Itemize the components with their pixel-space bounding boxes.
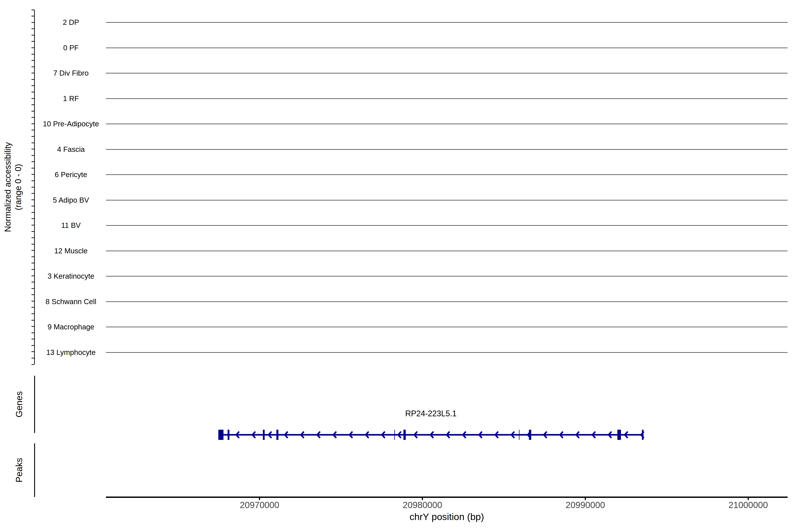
y-axis-tick — [32, 111, 34, 112]
gene-strand-arrow-left — [641, 432, 644, 438]
y-axis-tick — [32, 212, 34, 213]
track-signal-line — [106, 225, 787, 226]
y-axis-tick — [32, 294, 34, 295]
track-signal-line — [106, 352, 787, 353]
x-axis-line — [106, 496, 787, 498]
gene-exon — [218, 430, 224, 440]
gene-body-line — [218, 434, 644, 436]
y-axis-tick — [32, 206, 34, 206]
y-axis-tick — [32, 339, 34, 339]
gene-strand-arrow-left — [576, 432, 579, 438]
y-axis-line — [34, 10, 35, 364]
y-axis-tick — [32, 269, 34, 270]
track-signal-line — [106, 276, 787, 277]
gene-strand-arrow-left — [431, 432, 433, 438]
y-axis-tick — [32, 193, 34, 194]
gene-strand-arrow-left — [511, 432, 514, 438]
y-axis-tick — [32, 364, 34, 365]
track-signal-line — [106, 174, 787, 175]
peaks-axis-line — [34, 443, 35, 497]
y-axis-tick — [32, 86, 34, 86]
y-axis-tick — [32, 332, 34, 333]
y-axis-tick — [32, 16, 34, 16]
y-axis-tick — [32, 60, 34, 61]
y-axis-tick — [32, 130, 34, 130]
x-axis-tick-label: 20980000 — [387, 500, 458, 510]
gene-name-label: RP24-223L5.1 — [364, 409, 497, 418]
track-signal-line — [106, 48, 787, 48]
y-axis-tick — [32, 35, 34, 36]
gene-exon — [277, 430, 279, 440]
y-axis-tick — [32, 104, 34, 105]
y-axis-tick — [32, 307, 34, 308]
gene-model — [0, 0, 798, 532]
y-axis-tick — [32, 142, 34, 143]
y-axis-tick — [32, 162, 34, 162]
gene-strand-arrow-left — [544, 432, 547, 438]
gene-exon — [618, 430, 621, 440]
y-axis-title-line1: Normalized accessibility — [3, 0, 13, 386]
y-axis-tick — [32, 314, 34, 314]
track-signal-line — [106, 200, 787, 201]
gene-strand-arrow-left — [625, 432, 628, 438]
gene-strand-arrow-left — [495, 432, 498, 438]
x-axis-title: chrY position (bp) — [106, 511, 787, 522]
track-signal-line — [106, 327, 787, 327]
track-signal-line — [106, 22, 787, 23]
y-axis-tick — [32, 168, 34, 169]
x-axis-tick-label: 21000000 — [712, 500, 784, 510]
gene-strand-arrow-left — [349, 432, 353, 438]
gene-exon — [529, 430, 531, 440]
peaks-section-label: Peaks — [14, 426, 25, 514]
y-axis-tick — [32, 345, 34, 346]
gene-strand-arrow-left — [269, 432, 271, 438]
y-axis-tick — [32, 92, 34, 92]
gene-strand-arrow-left — [252, 432, 255, 438]
y-axis-tick — [32, 117, 34, 118]
gene-exon — [642, 430, 644, 440]
y-axis-tick — [32, 79, 34, 80]
y-axis-tick — [32, 256, 34, 257]
gene-exon — [519, 430, 519, 440]
y-axis-tick — [32, 244, 34, 245]
gene-exon — [394, 430, 395, 440]
gene-strand-arrow-left — [301, 432, 304, 438]
gene-strand-arrow-left — [446, 432, 450, 438]
gene-strand-arrow-left — [334, 432, 336, 438]
y-axis-tick — [32, 263, 34, 263]
y-axis-tick — [32, 41, 34, 42]
y-axis-tick — [32, 155, 34, 156]
x-axis-tick — [585, 498, 586, 500]
y-axis-tick — [32, 218, 34, 219]
x-axis-tick-label: 20990000 — [550, 500, 621, 510]
y-axis-tick — [32, 54, 34, 55]
gene-strand-arrow-left — [528, 432, 530, 438]
y-axis-tick — [32, 28, 34, 29]
gene-strand-arrow-left — [479, 432, 482, 438]
y-axis-tick — [32, 358, 34, 358]
y-axis-tick — [32, 10, 34, 10]
gene-strand-arrow-left — [592, 432, 595, 438]
gene-strand-arrow-left — [285, 432, 288, 438]
y-axis-tick — [32, 238, 34, 238]
gene-strand-arrow-left — [398, 432, 401, 438]
gene-strand-arrow-left — [463, 432, 466, 438]
track-signal-line — [106, 251, 787, 251]
gene-strand-arrow-left — [609, 432, 612, 438]
track-signal-line — [106, 302, 787, 302]
gene-exon — [228, 430, 229, 440]
gene-strand-arrow-left — [317, 432, 320, 438]
y-axis-tick — [32, 320, 34, 321]
gene-strand-arrow-left — [382, 432, 385, 438]
y-axis-tick — [32, 231, 34, 232]
track-signal-line — [106, 124, 787, 124]
y-axis-tick — [32, 66, 34, 67]
y-axis-tick — [32, 180, 34, 181]
x-axis-tick-label: 20970000 — [224, 500, 295, 510]
genes-axis-line — [34, 376, 35, 433]
x-axis-tick — [422, 498, 423, 500]
gene-strand-arrow-left — [414, 432, 417, 438]
x-axis-tick — [748, 498, 749, 500]
genome-browser-figure: Normalized accessibility (range 0 - 0) 2… — [0, 0, 798, 532]
track-signal-line — [106, 98, 787, 99]
